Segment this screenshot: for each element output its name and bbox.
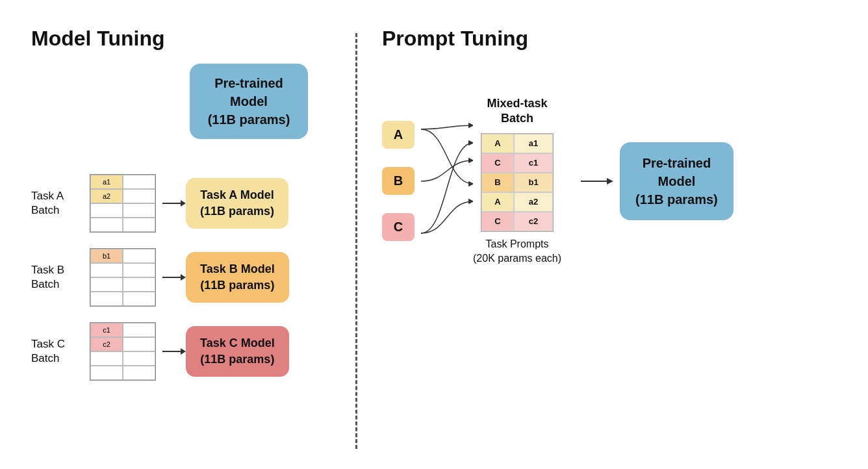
model-b-box: Task B Model(11B params) bbox=[186, 252, 289, 303]
batch-cell bbox=[90, 292, 123, 306]
batch-cell: a2 bbox=[90, 189, 123, 203]
mixed-cell: a2 bbox=[514, 192, 553, 212]
mixed-cell: C bbox=[481, 212, 514, 231]
task-c-batch: c1 c2 bbox=[90, 322, 156, 381]
crossing-arrows bbox=[421, 110, 473, 253]
prompt-c: C bbox=[382, 213, 415, 241]
right-content: A B C bbox=[382, 96, 843, 266]
arrow-to-pretrained bbox=[581, 175, 613, 188]
batch-cell: b1 bbox=[90, 249, 123, 263]
batch-cell bbox=[123, 203, 155, 218]
batch-cell bbox=[123, 263, 155, 277]
task-c-row: Task CBatch c1 c2 bbox=[31, 322, 350, 381]
mixed-cell: C bbox=[481, 153, 514, 173]
task-b-row: Task BBatch b1 bbox=[31, 248, 350, 307]
left-section: Model Tuning Pre-trained Model (11B para… bbox=[25, 27, 350, 396]
task-b-label: Task BBatch bbox=[31, 263, 90, 292]
task-c-label: Task CBatch bbox=[31, 337, 90, 366]
task-prompts-col: A B C bbox=[382, 121, 415, 241]
right-section: Prompt Tuning A B C bbox=[363, 27, 843, 266]
svg-marker-5 bbox=[181, 348, 186, 355]
batch-cell bbox=[90, 203, 123, 218]
task-a-batch: a1 a2 bbox=[90, 174, 156, 233]
pretrained-right-box: Pre-trainedModel(11B params) bbox=[620, 142, 734, 220]
batch-cell: c2 bbox=[90, 337, 123, 351]
batch-cell bbox=[123, 175, 155, 189]
batch-cell bbox=[123, 337, 155, 351]
svg-marker-8 bbox=[607, 178, 613, 184]
batch-cell: c1 bbox=[90, 323, 123, 337]
mixed-batch-title: Mixed-taskBatch bbox=[487, 96, 548, 127]
task-prompts-label: Task Prompts(20K params each) bbox=[473, 237, 561, 266]
batch-cell bbox=[123, 351, 155, 366]
svg-marker-3 bbox=[181, 274, 186, 281]
mixed-batch-grid: A a1 C c1 B b1 A a2 C c2 bbox=[481, 133, 554, 232]
prompt-a: A bbox=[382, 121, 415, 149]
batch-cell bbox=[123, 366, 155, 380]
batch-cell bbox=[90, 277, 123, 292]
left-content: Pre-trained Model (11B params) Task ABat… bbox=[31, 64, 350, 396]
batch-cell bbox=[123, 218, 155, 232]
batch-cell bbox=[90, 218, 123, 232]
mixed-cell: c1 bbox=[514, 153, 553, 173]
batch-cell bbox=[123, 189, 155, 203]
batch-cell bbox=[123, 249, 155, 263]
svg-marker-1 bbox=[181, 200, 186, 207]
batch-cell bbox=[123, 292, 155, 306]
arrow-b bbox=[162, 271, 186, 284]
batch-cell bbox=[123, 323, 155, 337]
task-a-label: Task ABatch bbox=[31, 189, 90, 218]
mixed-cell: a1 bbox=[514, 134, 553, 153]
right-title: Prompt Tuning bbox=[382, 27, 843, 51]
arrow-c bbox=[162, 345, 186, 358]
prompt-b: B bbox=[382, 167, 415, 195]
mixed-cell: c2 bbox=[514, 212, 553, 231]
diagram: Model Tuning Pre-trained Model (11B para… bbox=[18, 14, 850, 455]
batch-cell bbox=[90, 351, 123, 366]
task-a-row: Task ABatch a1 a2 bbox=[31, 174, 350, 233]
pretrained-model-box: Pre-trained Model (11B params) bbox=[190, 64, 309, 139]
batch-cell: a1 bbox=[90, 175, 123, 189]
mixed-cell: A bbox=[481, 192, 514, 212]
batch-cell bbox=[90, 366, 123, 380]
model-a-box: Task A Model(11B params) bbox=[186, 178, 288, 229]
dashed-line bbox=[355, 33, 357, 449]
task-b-batch: b1 bbox=[90, 248, 156, 307]
mixed-cell: A bbox=[481, 134, 514, 153]
mixed-cell: b1 bbox=[514, 173, 553, 192]
left-title: Model Tuning bbox=[31, 27, 165, 51]
batch-cell bbox=[90, 263, 123, 277]
mixed-cell: B bbox=[481, 173, 514, 192]
divider bbox=[350, 27, 363, 449]
mixed-batch-col: Mixed-taskBatch A a1 C c1 B b1 A a2 C c2… bbox=[473, 96, 561, 266]
arrow-a bbox=[162, 197, 186, 210]
batch-cell bbox=[123, 277, 155, 292]
model-c-box: Task C Model(11B params) bbox=[186, 326, 289, 377]
